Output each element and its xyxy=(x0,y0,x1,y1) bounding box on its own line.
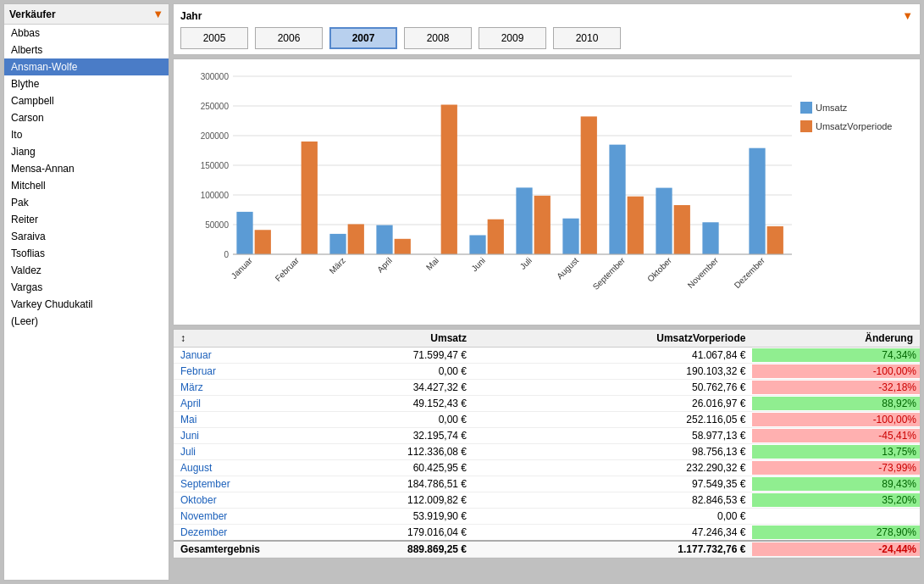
cell-vorperiode: 0,00 € xyxy=(473,509,752,525)
cell-umsatz: 184.786,51 € xyxy=(275,476,473,492)
change-badge: 35,20% xyxy=(752,493,920,507)
svg-rect-48 xyxy=(767,226,783,254)
right-panel: Jahr ▼ 200520062007200820092010 05000010… xyxy=(173,3,921,581)
change-badge: 88,92% xyxy=(752,397,920,410)
svg-rect-35 xyxy=(562,219,578,254)
seller-item[interactable]: Mitchell xyxy=(4,177,169,194)
year-header-label: Jahr xyxy=(180,10,202,22)
svg-rect-30 xyxy=(488,220,504,254)
cell-month: September xyxy=(174,476,275,492)
table-row: Januar71.599,47 €41.067,84 €74,34% xyxy=(174,348,920,364)
total-change-badge: -24,44% xyxy=(752,542,920,556)
table-row: Mai0,00 €252.116,05 €-100,00% xyxy=(174,412,920,428)
seller-filter-header: Verkäufer ▼ xyxy=(4,4,169,25)
year-button-2006[interactable]: 2006 xyxy=(255,27,323,49)
seller-item[interactable]: Vargas xyxy=(4,279,169,296)
year-header: Jahr ▼ xyxy=(180,9,913,22)
change-badge: 89,43% xyxy=(752,477,920,491)
seller-item[interactable]: Varkey Chudukatil xyxy=(4,296,169,313)
svg-text:250000: 250000 xyxy=(201,102,230,111)
cell-month: November xyxy=(174,509,275,525)
seller-item[interactable]: Reiter xyxy=(4,211,169,228)
seller-item[interactable]: Pak xyxy=(4,194,169,211)
table-row: März34.427,32 €50.762,76 €-32,18% xyxy=(174,380,920,396)
cell-vorperiode: 47.246,34 € xyxy=(473,525,752,542)
table-row: November53.919,90 €0,00 € xyxy=(174,509,920,525)
chart-section: 050000100000150000200000250000300000Janu… xyxy=(173,58,921,325)
seller-item[interactable]: (Leer) xyxy=(4,313,169,330)
cell-month: April xyxy=(174,396,275,412)
cell-vorperiode: 190.103,32 € xyxy=(473,364,752,380)
year-button-2009[interactable]: 2009 xyxy=(479,27,546,49)
cell-change: 278,90% xyxy=(752,525,920,542)
seller-item[interactable]: Valdez xyxy=(4,262,169,279)
svg-rect-32 xyxy=(516,187,532,254)
cell-vorperiode: 232.290,32 € xyxy=(473,460,752,476)
year-button-2007[interactable]: 2007 xyxy=(329,27,397,49)
cell-umsatz: 71.599,47 € xyxy=(275,348,473,364)
seller-item[interactable]: Alberts xyxy=(4,42,169,58)
col-header-sort[interactable]: ↕ xyxy=(174,330,275,348)
svg-text:September: September xyxy=(591,255,628,292)
svg-rect-20 xyxy=(329,234,346,254)
svg-text:November: November xyxy=(686,255,721,290)
col-header-aenderung: Änderung xyxy=(752,330,920,348)
cell-vorperiode: 97.549,35 € xyxy=(473,476,752,492)
year-button-2008[interactable]: 2008 xyxy=(404,27,472,49)
cell-change: 74,34% xyxy=(752,348,920,364)
seller-item[interactable]: Blythe xyxy=(4,75,169,92)
svg-rect-36 xyxy=(581,116,597,254)
cell-change: 35,20% xyxy=(752,492,920,509)
year-button-2005[interactable]: 2005 xyxy=(180,27,248,49)
svg-rect-27 xyxy=(441,105,457,254)
cell-vorperiode: 98.756,13 € xyxy=(473,444,752,460)
svg-text:August: August xyxy=(555,255,580,281)
cell-vorperiode: 41.067,84 € xyxy=(473,348,752,364)
svg-rect-18 xyxy=(302,142,318,254)
cell-vorperiode: 82.846,53 € xyxy=(473,492,752,509)
table-row: Februar0,00 €190.103,32 €-100,00% xyxy=(174,364,920,380)
svg-rect-33 xyxy=(534,196,551,254)
svg-rect-39 xyxy=(628,197,644,254)
cell-change: 13,75% xyxy=(752,444,920,460)
seller-filter-icon[interactable]: ▼ xyxy=(152,8,163,20)
seller-item[interactable]: Ansman-Wolfe xyxy=(4,58,169,75)
svg-text:Dezember: Dezember xyxy=(733,255,767,290)
seller-item[interactable]: Ito xyxy=(4,126,169,143)
seller-item[interactable]: Tsoflias xyxy=(4,245,169,262)
year-filter-icon[interactable]: ▼ xyxy=(902,9,913,22)
cell-umsatz: 53.919,90 € xyxy=(275,509,473,525)
cell-month: März xyxy=(174,380,275,396)
table-row: August60.425,95 €232.290,32 €-73,99% xyxy=(174,460,920,476)
seller-item[interactable]: Abbas xyxy=(4,25,169,42)
change-badge: -45,41% xyxy=(752,429,920,442)
seller-item[interactable]: Carson xyxy=(4,109,169,126)
cell-change: -73,99% xyxy=(752,460,920,476)
svg-rect-29 xyxy=(469,235,485,254)
cell-change: -45,41% xyxy=(752,428,920,444)
change-badge: 278,90% xyxy=(752,526,920,539)
seller-item[interactable]: Mensa-Annan xyxy=(4,160,169,177)
table-row: Oktober112.009,82 €82.846,53 €35,20% xyxy=(174,492,920,509)
cell-change: -100,00% xyxy=(752,412,920,428)
seller-item[interactable]: Saraiva xyxy=(4,228,169,245)
svg-text:UmsatzVorperiode: UmsatzVorperiode xyxy=(816,121,893,131)
year-filter-section: Jahr ▼ 200520062007200820092010 xyxy=(173,3,921,55)
change-badge: 13,75% xyxy=(752,445,920,459)
change-badge: -73,99% xyxy=(752,461,920,475)
cell-month: Mai xyxy=(174,412,275,428)
cell-umsatz: 112.009,82 € xyxy=(275,492,473,509)
cell-total-change: -24,44% xyxy=(752,541,920,558)
seller-header-label: Verkäufer xyxy=(9,8,56,20)
seller-item[interactable]: Jiang xyxy=(4,143,169,160)
svg-rect-42 xyxy=(674,205,690,254)
data-table: ↕ Umsatz UmsatzVorperiode Änderung Janua… xyxy=(174,330,920,558)
cell-umsatz: 0,00 € xyxy=(275,412,473,428)
col-header-umsatz: Umsatz xyxy=(275,330,473,348)
seller-item[interactable]: Campbell xyxy=(4,92,169,109)
svg-rect-15 xyxy=(255,230,271,254)
col-header-vorperiode: UmsatzVorperiode xyxy=(473,330,752,348)
svg-text:März: März xyxy=(328,256,348,276)
change-badge: -100,00% xyxy=(752,364,920,378)
year-button-2010[interactable]: 2010 xyxy=(553,27,621,49)
